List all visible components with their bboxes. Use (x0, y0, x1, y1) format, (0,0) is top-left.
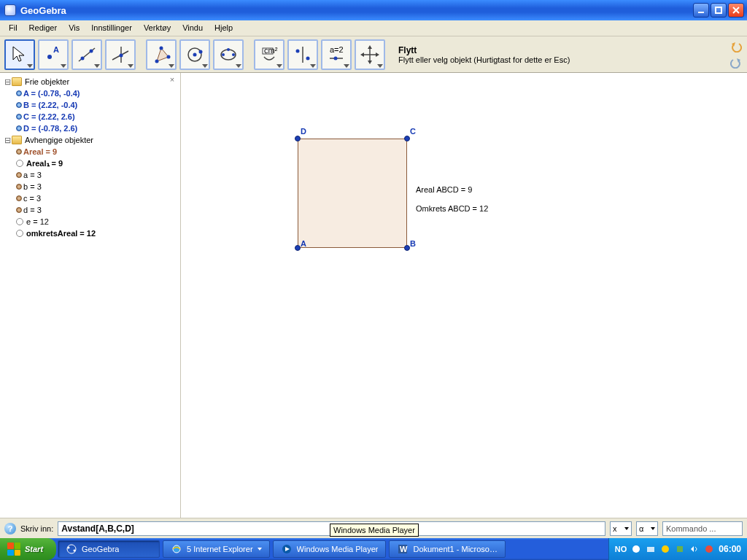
tree-item-point[interactable]: A = (-0.78, -0.4) (1, 88, 179, 99)
window-minimize-button[interactable] (693, 3, 709, 18)
tool-move-view[interactable] (355, 39, 385, 70)
value-icon (16, 172, 22, 178)
svg-text:cm²: cm² (264, 46, 278, 55)
task-wmp[interactable]: Windows Media Player (273, 540, 387, 558)
text-omkrets[interactable]: Omkrets ABCD = 12 (416, 204, 488, 213)
svg-point-27 (306, 56, 310, 60)
tool-reflect[interactable] (287, 39, 318, 70)
start-button[interactable]: Start (0, 538, 56, 560)
tray-icon[interactable] (646, 544, 656, 554)
main-area: × ⊟ Frie objekter A = (-0.78, -0.4) B = … (0, 73, 747, 518)
svg-text:W: W (400, 545, 408, 553)
svg-point-11 (120, 53, 123, 57)
start-label: Start (25, 545, 43, 553)
menu-innstillinger[interactable]: Innstillinger (85, 20, 138, 36)
svg-point-42 (173, 545, 180, 553)
menu-fil[interactable]: Fil (3, 20, 23, 36)
tree-item[interactable]: d = 3 (1, 204, 179, 216)
menu-verktoy[interactable]: Verktøy (138, 20, 177, 36)
tree-item[interactable]: a = 3 (1, 169, 179, 181)
text-areal[interactable]: Areal ABCD = 9 (416, 185, 472, 194)
undo-icon[interactable] (729, 40, 743, 53)
radio-icon (16, 230, 23, 237)
vertex-d[interactable] (295, 136, 301, 141)
menu-vis[interactable]: Vis (63, 20, 85, 36)
svg-point-8 (90, 49, 93, 52)
vertex-a[interactable] (295, 245, 301, 251)
window-titlebar: GeoGebra (0, 0, 747, 20)
window-maximize-button[interactable] (711, 3, 727, 18)
window-close-button[interactable] (728, 3, 744, 18)
svg-point-49 (662, 545, 669, 553)
tree-item-point[interactable]: D = (-0.78, 2.6) (1, 122, 179, 134)
tree-item[interactable]: c = 3 (1, 192, 179, 204)
vertex-b[interactable] (404, 245, 410, 251)
svg-rect-48 (647, 547, 654, 552)
tool-circle[interactable] (179, 39, 210, 70)
svg-point-52 (705, 545, 713, 553)
tool-slider[interactable]: a=2 (321, 39, 352, 70)
value-icon (16, 207, 22, 213)
vertex-label-b: B (410, 239, 416, 248)
task-geogebra[interactable]: GeoGebra (58, 540, 160, 558)
tree-item-point[interactable]: B = (2.22, -0.4) (1, 99, 179, 111)
task-ie[interactable]: 5 Internet Explorer (163, 540, 270, 558)
windows-logo-icon (7, 542, 20, 556)
wmp-icon (281, 543, 293, 555)
menu-vindu[interactable]: Vindu (177, 20, 209, 36)
clock[interactable]: 06:00 (719, 544, 741, 554)
tree-item-point[interactable]: C = (2.22, 2.6) (1, 111, 179, 122)
folder-icon (12, 136, 22, 144)
tree-item[interactable]: b = 3 (1, 181, 179, 192)
tree-item[interactable]: Areal = 9 (1, 146, 179, 158)
svg-point-39 (67, 545, 76, 553)
tree-item[interactable]: e = 12 (1, 216, 179, 228)
graphics-view[interactable]: D C A B Areal ABCD = 9 Omkrets ABCD = 12 (181, 73, 747, 518)
symbol-x-dropdown[interactable]: x (610, 521, 632, 536)
geogebra-icon (66, 543, 77, 555)
tool-move[interactable] (4, 39, 35, 70)
tree-item[interactable]: Areal₁ = 9 (1, 158, 179, 169)
symbol-alpha-dropdown[interactable]: α (636, 521, 658, 536)
value-icon (16, 149, 22, 155)
tree-item[interactable]: omkretsAreal = 12 (1, 228, 179, 239)
svg-marker-36 (376, 52, 379, 57)
tool-polygon[interactable] (146, 39, 177, 70)
tray-icon[interactable] (704, 544, 714, 554)
system-tray: NO 06:00 (608, 538, 747, 560)
tool-point[interactable]: A (38, 39, 69, 70)
tree-folder-free[interactable]: ⊟ Frie objekter (1, 76, 179, 88)
tray-icon[interactable] (631, 544, 641, 554)
menu-hjelp[interactable]: Hjelp (209, 20, 239, 36)
help-icon[interactable]: ? (4, 523, 16, 534)
svg-rect-1 (716, 7, 721, 13)
app-icon (4, 4, 16, 16)
svg-point-22 (227, 48, 230, 51)
tool-measure[interactable]: cm² (254, 39, 285, 70)
vertex-c[interactable] (404, 136, 410, 141)
menu-rediger[interactable]: Rediger (23, 20, 63, 36)
ie-icon (171, 543, 182, 555)
value-icon (16, 195, 22, 201)
tray-icon[interactable] (675, 544, 685, 554)
close-panel-icon[interactable]: × (167, 74, 177, 85)
redo-icon[interactable] (729, 56, 743, 69)
folder-label: Frie objekter (25, 77, 69, 86)
polygon-abcd[interactable] (298, 139, 407, 248)
tool-line[interactable] (71, 39, 102, 70)
task-word[interactable]: W Dokument1 - Microsof... (389, 540, 506, 558)
tray-icon[interactable] (689, 544, 700, 554)
tray-icon[interactable] (660, 544, 670, 554)
menu-bar: Fil Rediger Vis Innstillinger Verktøy Vi… (0, 20, 747, 36)
svg-rect-50 (677, 546, 683, 552)
command-dropdown[interactable]: Kommando ... (662, 521, 743, 536)
tool-conic[interactable] (213, 39, 244, 70)
svg-point-26 (296, 49, 300, 52)
tree-folder-dependent[interactable]: ⊟ Avhengige objekter (1, 134, 179, 146)
svg-text:A: A (53, 45, 59, 54)
toolbar: A cm² a=2 Flytt Flytt eller velg objekt … (0, 36, 747, 73)
svg-marker-35 (360, 52, 364, 57)
tool-perpendicular[interactable] (105, 39, 136, 70)
language-indicator[interactable]: NO (615, 545, 627, 553)
point-icon (16, 102, 22, 108)
